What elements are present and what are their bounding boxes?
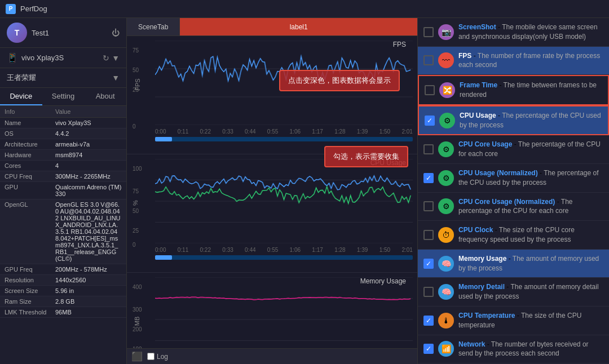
cpu-y-75: 75 bbox=[133, 188, 139, 194]
metric-item-cpu_clock[interactable]: ⏱CPU Clock - The size of the CPU core fr… bbox=[418, 221, 609, 250]
mem-y-label: MB bbox=[134, 317, 140, 326]
metric-item-cpu_core_usage[interactable]: ⚙CPU Core Usage - The percentage of the … bbox=[418, 135, 609, 164]
fps-x-tick: 0:22 bbox=[200, 128, 211, 135]
game-name: 王者荣耀 bbox=[7, 73, 108, 83]
fps-scrollbar[interactable] bbox=[155, 137, 413, 141]
metrics-list: 📷ScreenShot - The mobile device same scr… bbox=[418, 18, 609, 364]
info-rows-container: Namevivo Xplay3SOS4.4.2Architecturearmea… bbox=[0, 118, 126, 318]
game-section: 王者荣耀 ▼ bbox=[0, 68, 126, 88]
metric-checkbox-memory_detail[interactable] bbox=[423, 287, 434, 297]
fps-x-tick: 1:06 bbox=[290, 128, 301, 135]
expand-button[interactable]: ⬛ bbox=[131, 351, 143, 362]
cpu-x-tick: 1:39 bbox=[357, 247, 368, 253]
metric-name-cpu_usage_norm: CPU Usage (Normalized) bbox=[458, 169, 538, 177]
fps-y-0: 0 bbox=[133, 123, 136, 130]
fps-x-tick: 0:00 bbox=[155, 128, 166, 135]
fps-x-tick: 1:39 bbox=[357, 128, 368, 135]
cpu-x-tick: 0:55 bbox=[267, 247, 278, 253]
info-row: Namevivo Xplay3S bbox=[0, 118, 126, 128]
device-actions: ↻ ▼ bbox=[103, 54, 120, 63]
metric-item-fps[interactable]: 〰FPS - The number of frame rate by the p… bbox=[418, 47, 609, 76]
annotation-click: 点击变深色，图表数据将会显示 bbox=[279, 70, 400, 91]
metric-text-memory_usage: Memory Usage - The amount of memory used… bbox=[458, 254, 603, 273]
metric-checkbox-fps[interactable] bbox=[423, 55, 434, 65]
metric-checkbox-cpu_core_usage[interactable] bbox=[423, 144, 434, 154]
cpu-x-tick: 2:01 bbox=[401, 247, 412, 253]
fps-x-tick: 0:44 bbox=[245, 128, 255, 135]
tab-setting[interactable]: Setting bbox=[42, 88, 85, 105]
info-label: OS bbox=[5, 130, 55, 137]
metric-icon-cpu_usage_norm: ⚙ bbox=[438, 170, 454, 186]
metric-name-fps: FPS bbox=[458, 52, 471, 60]
info-label: GPU Freq bbox=[5, 266, 55, 273]
info-value: armeabi-v7a bbox=[55, 141, 122, 148]
info-label: Ram Size bbox=[5, 298, 55, 305]
mem-y-300: 300 bbox=[133, 307, 142, 313]
game-dropdown-button[interactable]: ▼ bbox=[112, 73, 120, 82]
metric-item-cpu_usage_norm[interactable]: ⚙CPU Usage (Normalized) - The percentage… bbox=[418, 164, 609, 193]
cpu-scrollbar[interactable] bbox=[155, 255, 413, 260]
metric-checkbox-screenshot[interactable] bbox=[423, 27, 434, 37]
info-value: 2.8 GB bbox=[55, 298, 122, 305]
metric-text-network: Network - The number of bytes received o… bbox=[458, 340, 603, 359]
metric-item-frame_time[interactable]: 🔀Frame Time - The time between frames to… bbox=[418, 75, 609, 105]
metric-checkbox-frame_time[interactable] bbox=[425, 85, 435, 95]
fps-x-tick: 1:17 bbox=[312, 128, 323, 135]
metric-checkbox-cpu_usage_norm[interactable] bbox=[423, 173, 434, 183]
metric-item-memory_usage[interactable]: 🧠Memory Usage - The amount of memory use… bbox=[418, 250, 609, 278]
info-row: Architecturearmeabi-v7a bbox=[0, 139, 126, 150]
cpu-x-tick: 1:06 bbox=[290, 247, 301, 253]
metric-name-cpu_clock: CPU Clock bbox=[458, 226, 493, 234]
refresh-device-button[interactable]: ↻ bbox=[103, 54, 109, 63]
metric-icon-fps: 〰 bbox=[438, 52, 454, 68]
tab-device[interactable]: Device bbox=[0, 88, 42, 105]
main-layout: T Test1 ⏻ 📱 vivo Xplay3S ↻ ▼ 王者荣耀 ▼ Devi… bbox=[0, 18, 609, 364]
charts-area: 点击变深色，图表数据将会显示 勾选，表示需要收集 FPS FPS 0:000:1… bbox=[127, 36, 417, 348]
scene-tab-label[interactable]: SceneTab bbox=[127, 18, 180, 35]
metric-name-cpu_core_usage: CPU Core Usage bbox=[458, 140, 512, 148]
metric-icon-cpu_clock: ⏱ bbox=[438, 227, 454, 243]
info-label: GPU bbox=[5, 184, 55, 190]
cpu-x-tick: 0:00 bbox=[155, 247, 166, 253]
cpu-y-label: % bbox=[132, 200, 139, 206]
metric-item-network[interactable]: 📶Network - The number of bytes received … bbox=[418, 335, 609, 364]
tab-about[interactable]: About bbox=[84, 88, 126, 105]
mem-y-400: 400 bbox=[133, 284, 142, 290]
mem-y-100: 100 bbox=[133, 346, 142, 348]
cpu-x-tick: 1:17 bbox=[312, 247, 323, 253]
log-checkbox-input[interactable] bbox=[147, 353, 155, 360]
metric-item-cpu_core_usage_norm[interactable]: ⚙CPU Core Usage (Normalized) - The perce… bbox=[418, 193, 609, 221]
mem-chart-title: Memory Usage bbox=[360, 277, 406, 285]
fps-x-tick: 1:28 bbox=[334, 128, 345, 135]
cpu-x-tick: 0:22 bbox=[200, 247, 211, 253]
center-panel: SceneTab label1 点击变深色，图表数据将会显示 勾选，表示需要收集… bbox=[127, 18, 417, 364]
info-value: OpenGL ES 3.0 V@66.0 AU@04.04.02.048.042… bbox=[55, 201, 122, 262]
metric-item-memory_detail[interactable]: 🧠Memory Detail - The amount of memory de… bbox=[418, 278, 609, 307]
metric-checkbox-cpu_core_usage_norm[interactable] bbox=[423, 201, 434, 211]
info-value: Qualcomm Adreno (TM) 330 bbox=[55, 184, 122, 197]
info-value: 1440x2560 bbox=[55, 277, 122, 283]
cpu-scrollbar-thumb[interactable] bbox=[155, 255, 172, 260]
value-col-header: Value bbox=[55, 108, 70, 115]
device-dropdown-button[interactable]: ▼ bbox=[112, 54, 120, 63]
metric-checkbox-cpu_temp[interactable] bbox=[423, 316, 434, 326]
metric-item-screenshot[interactable]: 📷ScreenShot - The mobile device same scr… bbox=[418, 18, 609, 47]
info-row: Hardwaremsm8974 bbox=[0, 150, 126, 161]
info-value: 300MHz - 2265MHz bbox=[55, 173, 122, 180]
metric-checkbox-memory_usage[interactable] bbox=[423, 259, 434, 269]
power-icon[interactable]: ⏻ bbox=[112, 28, 120, 37]
metric-checkbox-cpu_usage[interactable] bbox=[425, 116, 435, 126]
info-row: GPU Freq200MHz - 578MHz bbox=[0, 264, 126, 275]
label-bar: label1 bbox=[180, 18, 417, 35]
log-checkbox[interactable]: Log bbox=[147, 353, 168, 361]
fps-scrollbar-thumb[interactable] bbox=[155, 137, 172, 141]
metric-name-cpu_usage: CPU Usage bbox=[460, 112, 496, 119]
metric-item-cpu_temp[interactable]: 🌡CPU Temperature - The size of the CPU t… bbox=[418, 307, 609, 335]
device-section: 📱 vivo Xplay3S ↻ ▼ bbox=[0, 48, 126, 68]
info-col-header: Info bbox=[5, 108, 55, 115]
mem-y-200: 200 bbox=[133, 326, 142, 332]
metric-item-cpu_usage[interactable]: ⚙CPU Usage - The percentage of the CPU u… bbox=[418, 105, 609, 136]
metric-checkbox-network[interactable] bbox=[423, 344, 434, 354]
metric-checkbox-cpu_clock[interactable] bbox=[423, 230, 434, 240]
cpu-y-25: 25 bbox=[133, 228, 139, 234]
